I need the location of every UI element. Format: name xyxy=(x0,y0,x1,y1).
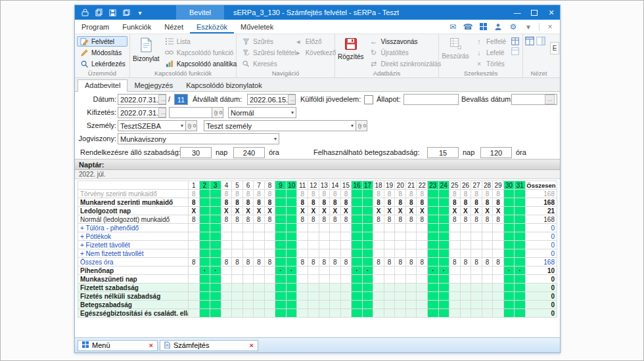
jogviszony-combo[interactable]: Munkaviszony ▾ xyxy=(118,133,279,144)
calendar-cell[interactable]: 8 xyxy=(482,215,493,224)
calendar-cell[interactable] xyxy=(275,284,287,292)
calendar-cell[interactable] xyxy=(275,275,287,284)
calendar-cell[interactable] xyxy=(515,309,526,318)
calendar-cell[interactable] xyxy=(264,266,275,275)
calendar-cell[interactable] xyxy=(428,309,439,318)
calendar-cell[interactable] xyxy=(373,224,384,232)
calendar-cell[interactable]: X xyxy=(330,207,341,215)
calendar-cell[interactable] xyxy=(330,292,341,301)
calendar-cell[interactable] xyxy=(330,266,341,275)
calendar-cell[interactable] xyxy=(417,292,428,301)
calendar-cell[interactable] xyxy=(275,190,287,198)
calendar-cell[interactable] xyxy=(515,198,526,207)
calendar-cell[interactable] xyxy=(297,232,308,241)
calendar-cell[interactable] xyxy=(438,198,449,207)
calendar-cell[interactable]: X xyxy=(395,207,406,215)
calendar-cell[interactable]: X xyxy=(417,207,428,215)
phone-icon[interactable]: ☎ xyxy=(463,22,472,32)
calendar-cell[interactable] xyxy=(286,207,297,215)
calendar-cell[interactable]: 8 xyxy=(242,215,254,224)
calendar-cell[interactable] xyxy=(405,309,417,318)
calendar-cell[interactable] xyxy=(515,284,526,292)
calendar-cell[interactable]: 8 xyxy=(340,215,352,224)
calendar-cell[interactable] xyxy=(428,275,439,284)
calendar-row-label[interactable]: + Pótlékok xyxy=(78,232,189,241)
calendar-cell[interactable]: 8 xyxy=(482,258,493,266)
minimize-button[interactable]: — xyxy=(509,5,526,20)
calendar-cell[interactable]: 8 xyxy=(417,258,428,266)
calendar-cell[interactable] xyxy=(493,275,504,284)
calendar-cell[interactable]: 8 xyxy=(460,190,471,198)
calendar-cell[interactable] xyxy=(232,292,243,301)
calendar-cell[interactable] xyxy=(493,232,504,241)
calendar-cell[interactable] xyxy=(210,284,221,292)
calendar-cell[interactable]: 8 xyxy=(242,258,254,266)
calendar-cell[interactable]: 8 xyxy=(319,190,330,198)
modositas-button[interactable]: Módosítás xyxy=(77,47,127,58)
calendar-cell[interactable] xyxy=(275,241,287,249)
calendar-cell[interactable] xyxy=(189,284,200,292)
beszuras-button[interactable]: Beszúrás xyxy=(441,36,470,69)
tab-adatbevitel[interactable]: Adatbevitel xyxy=(78,79,127,92)
calendar-cell[interactable] xyxy=(199,292,210,301)
calendar-cell[interactable] xyxy=(417,284,428,292)
calendar-cell[interactable] xyxy=(352,190,363,198)
calendar-cell[interactable] xyxy=(362,284,373,292)
calendar-cell[interactable] xyxy=(330,224,341,232)
kapcsolodo-analitika-button[interactable]: Kapcsolódó analitika xyxy=(162,58,234,69)
calendar-cell[interactable] xyxy=(308,292,319,301)
menu-item-muveletek[interactable]: Műveletek xyxy=(234,20,280,33)
maximize-button[interactable] xyxy=(526,5,543,20)
calendar-cell[interactable]: X xyxy=(482,207,493,215)
calendar-cell[interactable] xyxy=(319,266,330,275)
calendar-cell[interactable] xyxy=(438,249,449,258)
calendar-cell[interactable] xyxy=(319,284,330,292)
calendar-cell[interactable] xyxy=(438,284,449,292)
calendar-cell[interactable] xyxy=(275,249,287,258)
calendar-cell[interactable] xyxy=(405,241,417,249)
calendar-cell[interactable] xyxy=(515,215,526,224)
calendar-cell[interactable] xyxy=(352,275,363,284)
torles-button[interactable]: × Törlés xyxy=(472,58,509,69)
calendar-cell[interactable] xyxy=(482,249,493,258)
calendar-cell[interactable]: 8 xyxy=(297,258,308,266)
menu-item-program[interactable]: Program xyxy=(75,20,116,33)
calendar-cell[interactable] xyxy=(395,301,406,309)
calendar-cell[interactable] xyxy=(515,258,526,266)
calendar-cell[interactable] xyxy=(221,292,232,301)
calendar-cell[interactable] xyxy=(362,309,373,318)
calendar-cell[interactable]: 8 xyxy=(471,190,482,198)
kereses-button[interactable]: Keresés xyxy=(239,58,289,69)
mail-icon[interactable]: ✉ xyxy=(448,22,457,32)
calendar-cell[interactable] xyxy=(264,292,275,301)
calendar-cell[interactable] xyxy=(221,232,232,241)
calendar-cell[interactable]: X xyxy=(493,207,504,215)
calendar-cell[interactable]: 8 xyxy=(297,190,308,198)
calendar-cell[interactable] xyxy=(373,266,384,275)
calendar-cell[interactable] xyxy=(471,301,482,309)
calendar-cell[interactable] xyxy=(417,224,428,232)
calendar-cell[interactable]: 8 xyxy=(221,198,232,207)
calendar-cell[interactable] xyxy=(210,249,221,258)
copy-icon[interactable] xyxy=(94,8,103,17)
calendar-cell[interactable]: 8 xyxy=(471,215,482,224)
calendar-cell[interactable] xyxy=(286,215,297,224)
elozo-button[interactable]: ◂ Előző xyxy=(291,36,333,47)
calendar-cell[interactable]: X xyxy=(340,207,352,215)
szamfejtes-tab-close-icon[interactable]: × xyxy=(250,342,254,349)
calendar-cell[interactable]: X xyxy=(254,207,265,215)
calendar-cell[interactable] xyxy=(405,266,417,275)
calendar-cell[interactable] xyxy=(242,275,254,284)
calendar-cell[interactable] xyxy=(189,241,200,249)
calendar-cell[interactable] xyxy=(515,224,526,232)
calendar-cell[interactable] xyxy=(297,266,308,275)
calendar-cell[interactable] xyxy=(428,241,439,249)
calendar-cell[interactable] xyxy=(417,275,428,284)
calendar-cell[interactable] xyxy=(340,284,352,292)
calendar-cell[interactable] xyxy=(460,301,471,309)
calendar-cell[interactable]: 8 xyxy=(449,258,461,266)
calendar-cell[interactable] xyxy=(515,249,526,258)
calendar-cell[interactable] xyxy=(405,284,417,292)
calendar-cell[interactable]: · xyxy=(428,266,439,275)
calendar-cell[interactable] xyxy=(471,232,482,241)
